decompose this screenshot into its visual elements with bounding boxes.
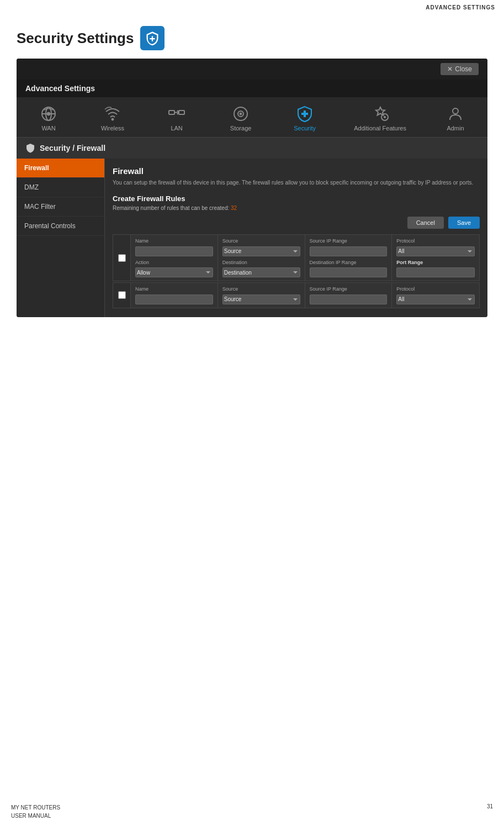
close-x-icon: ✕ — [447, 65, 453, 73]
rule-fields-2: Name Source Source Source IP Range — [131, 283, 479, 308]
source-ip-label: Source IP Range — [310, 238, 388, 244]
name-label-2: Name — [135, 286, 213, 292]
sidebar-item-dmz[interactable]: DMZ — [17, 178, 104, 197]
rule-checkbox-2[interactable] — [113, 283, 131, 308]
sidebar-item-firewall[interactable]: Firewall — [17, 159, 104, 178]
table-row: Name Action Allow Deny Source Sourc — [113, 234, 480, 281]
dialog: ✕ Close Advanced Settings WAN — [17, 59, 487, 317]
svg-point-3 — [47, 112, 50, 115]
source-label: Source — [222, 238, 300, 244]
sidebar-item-mac-filter[interactable]: MAC Filter — [17, 197, 104, 217]
rule-protocol-port-group-1: Protocol All TCP UDP Port Range — [392, 235, 479, 281]
name-label: Name — [135, 238, 213, 244]
protocol-label-2: Protocol — [396, 286, 475, 292]
svg-rect-6 — [179, 111, 184, 114]
main-panel: Firewall You can setup the firewall of t… — [105, 159, 487, 317]
cancel-button[interactable]: Cancel — [407, 217, 444, 229]
nav-tabs: WAN Wireless LAN — [17, 97, 487, 138]
tab-security[interactable]: Security — [285, 103, 324, 134]
source-label-2: Source — [222, 286, 300, 292]
tab-wan[interactable]: WAN — [29, 103, 68, 134]
action-label: Action — [135, 260, 213, 265]
sidebar: Firewall DMZ MAC Filter Parental Control… — [17, 159, 105, 317]
dest-ip-label: Destination IP Range — [310, 260, 388, 265]
firewall-title: Firewall — [113, 166, 480, 176]
svg-point-12 — [453, 108, 458, 114]
source-ip-input-1[interactable] — [310, 246, 388, 256]
dest-ip-input-1[interactable] — [310, 267, 388, 277]
protocol-select-2[interactable]: All TCP UDP — [396, 294, 475, 304]
rule-ip-group-2: Source IP Range — [305, 283, 392, 308]
tab-admin[interactable]: Admin — [436, 103, 475, 134]
shield-icon — [25, 143, 35, 153]
table-row: Name Source Source Source IP Range — [113, 282, 480, 308]
rule-name-action-group-1: Name Action Allow Deny — [131, 235, 218, 281]
rule-select-checkbox-2[interactable] — [118, 291, 126, 299]
rule-ip-group-1: Source IP Range Destination IP Range — [305, 235, 392, 281]
protocol-label: Protocol — [396, 238, 475, 244]
close-button[interactable]: ✕ Close — [441, 63, 479, 75]
rule-checkbox-1[interactable] — [113, 235, 131, 281]
footer-left: MY NET ROUTERS USER MANUAL — [11, 803, 60, 820]
destination-label: Destination — [222, 260, 300, 265]
svg-point-10 — [240, 113, 242, 115]
rule-name-action-group-2: Name — [131, 283, 218, 308]
section-header: Security / Firewall — [17, 138, 487, 159]
create-rules-title: Create Firewall Rules — [113, 194, 480, 203]
save-button[interactable]: Save — [448, 217, 480, 229]
remaining-num: 32 — [231, 205, 237, 211]
page-title: Security Settings — [17, 30, 134, 47]
svg-rect-5 — [169, 111, 174, 114]
dialog-header: ✕ Close — [17, 59, 487, 80]
firewall-desc: You can setup the firewall of this devic… — [113, 179, 480, 187]
tab-additional-features[interactable]: Additional Features — [349, 103, 411, 134]
protocol-select-1[interactable]: All TCP UDP — [396, 246, 475, 256]
port-range-label: Port Range — [396, 260, 475, 265]
name-input-2[interactable] — [135, 294, 213, 304]
source-ip-label-2: Source IP Range — [310, 286, 388, 292]
content-area: Firewall DMZ MAC Filter Parental Control… — [17, 159, 487, 317]
rule-protocol-group-2: Protocol All TCP UDP — [392, 283, 479, 308]
dialog-title: Advanced Settings — [17, 80, 487, 97]
page-header: ADVANCED SETTINGS — [0, 0, 504, 15]
name-input-1[interactable] — [135, 246, 213, 256]
btn-row: Cancel Save — [113, 217, 480, 229]
remaining-text: Remaining number of rules that can be cr… — [113, 205, 480, 211]
tab-storage[interactable]: Storage — [221, 103, 260, 134]
svg-point-4 — [112, 118, 114, 120]
rule-select-checkbox-1[interactable] — [118, 254, 126, 262]
source-select-2[interactable]: Source — [222, 294, 300, 304]
tab-lan[interactable]: LAN — [157, 103, 196, 134]
page-title-section: Security Settings — [0, 15, 504, 59]
port-range-input-1[interactable] — [396, 267, 475, 277]
rule-source-group-2: Source Source — [218, 283, 305, 308]
page-footer: MY NET ROUTERS USER MANUAL 31 — [11, 803, 493, 820]
shield-plus-icon — [145, 30, 160, 46]
destination-select-1[interactable]: Destination — [222, 267, 300, 277]
source-select-1[interactable]: Source — [222, 246, 300, 256]
sidebar-item-parental[interactable]: Parental Controls — [17, 217, 104, 236]
tab-wireless[interactable]: Wireless — [93, 103, 132, 134]
rule-fields-1: Name Action Allow Deny Source Sourc — [131, 235, 479, 281]
rule-source-dest-group-1: Source Source Destination Destination — [218, 235, 305, 281]
security-icon-box — [140, 26, 165, 50]
action-select-1[interactable]: Allow Deny — [135, 267, 213, 277]
page-number: 31 — [487, 803, 493, 820]
source-ip-input-2[interactable] — [310, 294, 388, 304]
